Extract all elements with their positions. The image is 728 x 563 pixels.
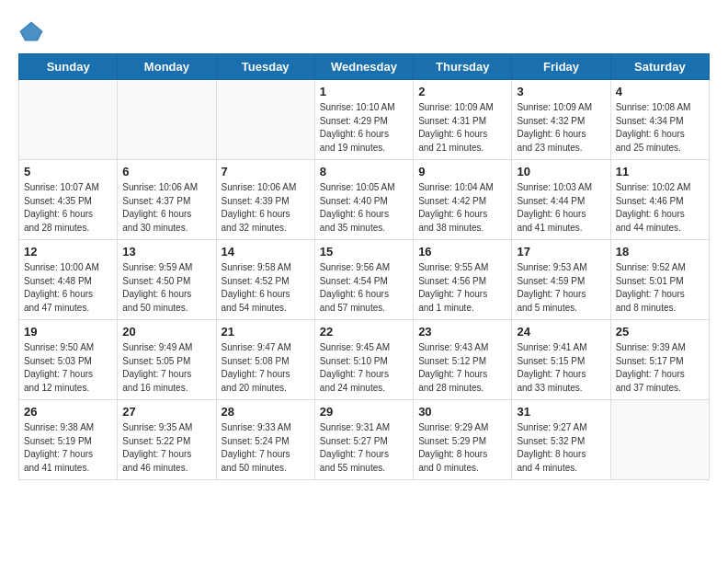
- day-info: Sunrise: 9:45 AM Sunset: 5:10 PM Dayligh…: [320, 341, 408, 395]
- calendar-cell: 22Sunrise: 9:45 AM Sunset: 5:10 PM Dayli…: [314, 320, 413, 400]
- day-number: 25: [616, 325, 704, 339]
- day-info: Sunrise: 10:04 AM Sunset: 4:42 PM Daylig…: [418, 181, 506, 235]
- day-info: Sunrise: 9:58 AM Sunset: 4:52 PM Dayligh…: [222, 261, 310, 315]
- day-info: Sunrise: 9:41 AM Sunset: 5:15 PM Dayligh…: [517, 341, 605, 395]
- day-info: Sunrise: 9:33 AM Sunset: 5:24 PM Dayligh…: [222, 421, 310, 475]
- calendar-cell: 4Sunrise: 10:08 AM Sunset: 4:34 PM Dayli…: [610, 80, 709, 160]
- day-info: Sunrise: 9:43 AM Sunset: 5:12 PM Dayligh…: [418, 341, 506, 395]
- day-info: Sunrise: 10:08 AM Sunset: 4:34 PM Daylig…: [616, 101, 704, 155]
- day-number: 29: [320, 405, 408, 419]
- calendar-cell: 3Sunrise: 10:09 AM Sunset: 4:32 PM Dayli…: [512, 80, 610, 160]
- day-info: Sunrise: 10:00 AM Sunset: 4:48 PM Daylig…: [24, 261, 112, 315]
- calendar-cell: 5Sunrise: 10:07 AM Sunset: 4:35 PM Dayli…: [19, 160, 118, 240]
- calendar-week-1: 1Sunrise: 10:10 AM Sunset: 4:29 PM Dayli…: [19, 80, 710, 160]
- day-number: 3: [517, 85, 605, 98]
- weekday-header-monday: Monday: [118, 54, 216, 80]
- calendar-table: SundayMondayTuesdayWednesdayThursdayFrid…: [18, 53, 710, 480]
- day-info: Sunrise: 9:49 AM Sunset: 5:05 PM Dayligh…: [122, 341, 210, 395]
- day-info: Sunrise: 10:10 AM Sunset: 4:29 PM Daylig…: [320, 101, 408, 155]
- calendar-cell: 14Sunrise: 9:58 AM Sunset: 4:52 PM Dayli…: [216, 240, 314, 320]
- calendar-cell: 9Sunrise: 10:04 AM Sunset: 4:42 PM Dayli…: [414, 160, 512, 240]
- day-number: 17: [517, 245, 605, 259]
- calendar-cell: 29Sunrise: 9:31 AM Sunset: 5:27 PM Dayli…: [314, 400, 413, 480]
- day-info: Sunrise: 9:59 AM Sunset: 4:50 PM Dayligh…: [122, 261, 210, 315]
- day-number: 14: [222, 245, 310, 259]
- calendar-cell: [19, 80, 118, 160]
- calendar-cell: 16Sunrise: 9:55 AM Sunset: 4:56 PM Dayli…: [414, 240, 512, 320]
- calendar-cell: 28Sunrise: 9:33 AM Sunset: 5:24 PM Dayli…: [216, 400, 314, 480]
- day-info: Sunrise: 10:06 AM Sunset: 4:37 PM Daylig…: [122, 181, 210, 235]
- day-info: Sunrise: 9:27 AM Sunset: 5:32 PM Dayligh…: [517, 421, 605, 475]
- day-number: 18: [616, 245, 704, 259]
- day-info: Sunrise: 9:53 AM Sunset: 4:59 PM Dayligh…: [517, 261, 605, 315]
- day-number: 10: [517, 165, 605, 178]
- calendar-week-5: 26Sunrise: 9:38 AM Sunset: 5:19 PM Dayli…: [19, 400, 710, 480]
- calendar-cell: 17Sunrise: 9:53 AM Sunset: 4:59 PM Dayli…: [512, 240, 610, 320]
- day-info: Sunrise: 10:05 AM Sunset: 4:40 PM Daylig…: [320, 181, 408, 235]
- calendar-cell: 30Sunrise: 9:29 AM Sunset: 5:29 PM Dayli…: [414, 400, 512, 480]
- day-number: 23: [418, 325, 506, 339]
- calendar-cell: 12Sunrise: 10:00 AM Sunset: 4:48 PM Dayl…: [19, 240, 118, 320]
- weekday-header-tuesday: Tuesday: [216, 54, 314, 80]
- day-number: 15: [320, 245, 408, 259]
- calendar-cell: 6Sunrise: 10:06 AM Sunset: 4:37 PM Dayli…: [118, 160, 216, 240]
- day-info: Sunrise: 9:35 AM Sunset: 5:22 PM Dayligh…: [122, 421, 210, 475]
- calendar-week-2: 5Sunrise: 10:07 AM Sunset: 4:35 PM Dayli…: [19, 160, 710, 240]
- weekday-header-sunday: Sunday: [19, 54, 118, 80]
- calendar-cell: 11Sunrise: 10:02 AM Sunset: 4:46 PM Dayl…: [610, 160, 709, 240]
- calendar-cell: 13Sunrise: 9:59 AM Sunset: 4:50 PM Dayli…: [118, 240, 216, 320]
- calendar-cell: 20Sunrise: 9:49 AM Sunset: 5:05 PM Dayli…: [118, 320, 216, 400]
- day-number: 24: [517, 325, 605, 339]
- day-number: 1: [320, 85, 408, 98]
- calendar-cell: 2Sunrise: 10:09 AM Sunset: 4:31 PM Dayli…: [414, 80, 512, 160]
- day-number: 22: [320, 325, 408, 339]
- day-info: Sunrise: 9:31 AM Sunset: 5:27 PM Dayligh…: [320, 421, 408, 475]
- day-number: 4: [616, 85, 704, 98]
- calendar-cell: 7Sunrise: 10:06 AM Sunset: 4:39 PM Dayli…: [216, 160, 314, 240]
- weekday-header-thursday: Thursday: [414, 54, 512, 80]
- day-number: 26: [24, 405, 112, 419]
- day-number: 21: [222, 325, 310, 339]
- calendar-cell: 24Sunrise: 9:41 AM Sunset: 5:15 PM Dayli…: [512, 320, 610, 400]
- day-number: 2: [418, 85, 506, 98]
- calendar-cell: 1Sunrise: 10:10 AM Sunset: 4:29 PM Dayli…: [314, 80, 413, 160]
- logo: [18, 18, 48, 44]
- day-info: Sunrise: 9:38 AM Sunset: 5:19 PM Dayligh…: [24, 421, 112, 475]
- day-number: 13: [122, 245, 210, 259]
- day-number: 28: [222, 405, 310, 419]
- day-number: 12: [24, 245, 112, 259]
- day-info: Sunrise: 10:09 AM Sunset: 4:31 PM Daylig…: [418, 101, 506, 155]
- calendar-cell: [118, 80, 216, 160]
- day-info: Sunrise: 10:07 AM Sunset: 4:35 PM Daylig…: [24, 181, 112, 235]
- weekday-header-friday: Friday: [512, 54, 610, 80]
- day-info: Sunrise: 9:29 AM Sunset: 5:29 PM Dayligh…: [418, 421, 506, 475]
- day-info: Sunrise: 9:52 AM Sunset: 5:01 PM Dayligh…: [616, 261, 704, 315]
- calendar-cell: 23Sunrise: 9:43 AM Sunset: 5:12 PM Dayli…: [414, 320, 512, 400]
- calendar-cell: 26Sunrise: 9:38 AM Sunset: 5:19 PM Dayli…: [19, 400, 118, 480]
- page-header: [18, 18, 710, 44]
- day-info: Sunrise: 10:06 AM Sunset: 4:39 PM Daylig…: [222, 181, 310, 235]
- calendar-cell: [610, 400, 709, 480]
- day-info: Sunrise: 9:56 AM Sunset: 4:54 PM Dayligh…: [320, 261, 408, 315]
- generalblue-logo-icon: [18, 18, 44, 44]
- day-info: Sunrise: 10:03 AM Sunset: 4:44 PM Daylig…: [517, 181, 605, 235]
- calendar-cell: 18Sunrise: 9:52 AM Sunset: 5:01 PM Dayli…: [610, 240, 709, 320]
- day-info: Sunrise: 9:50 AM Sunset: 5:03 PM Dayligh…: [24, 341, 112, 395]
- weekday-header-wednesday: Wednesday: [314, 54, 413, 80]
- calendar-cell: 10Sunrise: 10:03 AM Sunset: 4:44 PM Dayl…: [512, 160, 610, 240]
- calendar-cell: 15Sunrise: 9:56 AM Sunset: 4:54 PM Dayli…: [314, 240, 413, 320]
- day-number: 19: [24, 325, 112, 339]
- day-number: 31: [517, 405, 605, 419]
- day-number: 7: [222, 165, 310, 178]
- day-info: Sunrise: 10:02 AM Sunset: 4:46 PM Daylig…: [616, 181, 704, 235]
- day-info: Sunrise: 9:47 AM Sunset: 5:08 PM Dayligh…: [222, 341, 310, 395]
- calendar-cell: 27Sunrise: 9:35 AM Sunset: 5:22 PM Dayli…: [118, 400, 216, 480]
- day-number: 20: [122, 325, 210, 339]
- day-number: 9: [418, 165, 506, 178]
- day-number: 30: [418, 405, 506, 419]
- weekday-header-saturday: Saturday: [610, 54, 709, 80]
- calendar-cell: 19Sunrise: 9:50 AM Sunset: 5:03 PM Dayli…: [19, 320, 118, 400]
- day-number: 11: [616, 165, 704, 178]
- calendar-cell: 31Sunrise: 9:27 AM Sunset: 5:32 PM Dayli…: [512, 400, 610, 480]
- calendar-cell: 25Sunrise: 9:39 AM Sunset: 5:17 PM Dayli…: [610, 320, 709, 400]
